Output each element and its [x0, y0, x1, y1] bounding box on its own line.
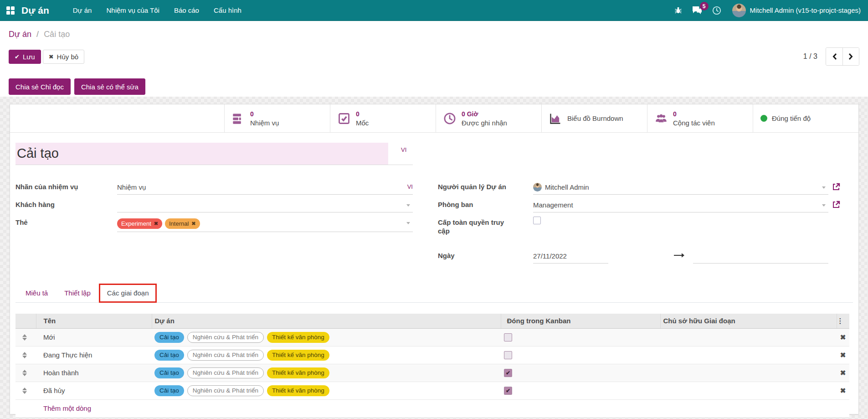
stat-button-hours[interactable]: 0 GiờĐược ghi nhận — [436, 104, 541, 132]
tab-stages[interactable]: Các giai đoạn — [99, 284, 157, 302]
pager-next-button[interactable] — [842, 48, 859, 65]
messages-icon[interactable]: 5 — [692, 6, 702, 15]
add-a-line-link[interactable]: Thêm một dòng — [43, 404, 91, 412]
remove-tag-icon[interactable]: ✖ — [154, 221, 158, 227]
user-avatar[interactable] — [732, 4, 746, 17]
project-tag[interactable]: Cải tạo — [154, 350, 184, 361]
stages-table: Tên Dự án Đóng trong Kanban Chủ sở hữu G… — [15, 314, 849, 418]
tag-internal[interactable]: Internal✖ — [165, 218, 200, 229]
remove-tag-icon[interactable]: ✖ — [191, 221, 195, 227]
tasks-icon — [232, 112, 245, 125]
project-tag[interactable]: Cải tạo — [154, 385, 184, 396]
navbar: Dự án Dự án Nhiệm vụ của Tôi Báo cáo Cấu… — [0, 0, 868, 21]
task-label-input[interactable]: Nhiệm vụ VI — [117, 180, 413, 195]
column-header-name[interactable]: Tên — [36, 314, 152, 328]
stage-name-cell[interactable]: Đã hủy — [36, 382, 152, 399]
field-customer: Khách hàng — [15, 198, 413, 212]
column-header-fold[interactable]: Đóng trong Kanban — [501, 314, 660, 328]
date-from-input[interactable]: 27/11/2022 — [533, 249, 608, 264]
clock-icon — [443, 112, 456, 125]
apps-grid-icon[interactable] — [6, 6, 15, 15]
project-tag[interactable]: Nghiên cứu & Phát triển — [187, 385, 264, 396]
project-tag[interactable]: Cải tạo — [154, 332, 184, 343]
table-row: Hoàn thành Cải tạo Nghiên cứu & Phát tri… — [15, 364, 849, 382]
field-date: Ngày 27/11/2022 — [438, 249, 828, 264]
project-tag[interactable]: Cải tạo — [154, 367, 184, 378]
pager: 1 / 3 — [803, 47, 859, 66]
fold-checkbox[interactable] — [504, 351, 512, 359]
user-name[interactable]: Mitchell Admin (v15-to-projct-stages) — [750, 6, 861, 14]
activities-clock-icon[interactable] — [712, 6, 721, 15]
check-icon: ✔ — [15, 53, 20, 60]
table-row: Đang Thực hiện Cải tạo Nghiên cứu & Phát… — [15, 346, 849, 364]
date-to-input[interactable] — [693, 249, 828, 264]
column-header-project[interactable]: Dự án — [152, 314, 501, 328]
delete-row-icon[interactable]: ✖ — [837, 328, 849, 346]
drag-handle-icon[interactable] — [22, 388, 27, 394]
tab-description[interactable]: Miêu tả — [17, 284, 56, 302]
external-link-icon[interactable] — [832, 183, 840, 191]
owner-cell[interactable] — [660, 364, 837, 382]
handle-column-header — [15, 314, 36, 328]
delete-row-icon[interactable]: ✖ — [837, 364, 849, 382]
menu-reporting[interactable]: Báo cáo — [167, 0, 206, 21]
owner-cell[interactable] — [660, 346, 837, 364]
drag-handle-icon[interactable] — [22, 370, 27, 376]
column-options-icon[interactable]: ⋮ — [837, 314, 849, 328]
delete-row-icon[interactable]: ✖ — [837, 382, 849, 399]
full-access-checkbox[interactable] — [533, 217, 541, 224]
x-icon: ✖ — [49, 53, 54, 60]
project-tag[interactable]: Nghiên cứu & Phát triển — [187, 367, 264, 378]
stat-button-milestones[interactable]: 0Mốc — [330, 104, 436, 132]
project-tag[interactable]: Thiết kế văn phòng — [267, 385, 329, 396]
stat-button-status[interactable]: Đúng tiến độ — [753, 104, 858, 132]
translate-badge[interactable]: VI — [407, 183, 413, 190]
stat-button-tasks[interactable]: 0Nhiệm vụ — [224, 104, 330, 132]
project-name-input[interactable]: Cải tạo — [15, 143, 388, 165]
owner-cell[interactable] — [660, 382, 837, 399]
discard-button[interactable]: ✖ Hủy bỏ — [43, 50, 84, 64]
breadcrumb-parent[interactable]: Dự án — [9, 30, 31, 39]
drag-handle-icon[interactable] — [22, 352, 27, 358]
stat-button-collaborators[interactable]: 0Cộng tác viên — [647, 104, 753, 132]
fold-checkbox[interactable]: ✔ — [504, 387, 512, 395]
pager-previous-button[interactable] — [826, 48, 842, 65]
stage-name-cell[interactable]: Mới — [36, 328, 152, 346]
project-tag[interactable]: Thiết kế văn phòng — [267, 367, 329, 378]
save-button[interactable]: ✔ Lưu — [9, 50, 41, 64]
stat-button-burndown[interactable]: Biểu đồ Burndown — [541, 104, 647, 132]
fold-checkbox[interactable] — [504, 333, 512, 341]
sheet: 0Nhiệm vụ 0Mốc 0 GiờĐược ghi nhận Biểu đ… — [10, 104, 859, 414]
debug-bug-icon[interactable] — [674, 6, 682, 14]
tag-experiment[interactable]: Experiment✖ — [117, 218, 162, 229]
tab-settings[interactable]: Thiết lập — [56, 284, 99, 302]
customer-input[interactable] — [117, 198, 413, 212]
app-brand[interactable]: Dự án — [21, 5, 49, 16]
project-tag[interactable]: Thiết kế văn phòng — [267, 350, 329, 361]
breadcrumb-current: Cải tạo — [44, 30, 70, 39]
delete-row-icon[interactable]: ✖ — [837, 346, 849, 364]
table-header-row: Tên Dự án Đóng trong Kanban Chủ sở hữu G… — [15, 314, 849, 328]
fold-checkbox[interactable]: ✔ — [504, 369, 512, 377]
column-header-owner[interactable]: Chủ sở hữu Giai đoạn — [660, 314, 837, 328]
tags-input[interactable]: Experiment✖ Internal✖ — [117, 216, 413, 232]
menu-config[interactable]: Cấu hình — [206, 0, 249, 21]
drag-handle-icon[interactable] — [22, 334, 27, 341]
field-full-access: Cấp toàn quyền truy cập — [438, 216, 828, 235]
project-manager-input[interactable]: Mitchell Admin — [533, 180, 828, 195]
project-tag[interactable]: Nghiên cứu & Phát triển — [187, 332, 264, 343]
share-editable-button[interactable]: Chia sẻ có thể sửa — [74, 78, 145, 95]
form-view: 0Nhiệm vụ 0Mốc 0 GiờĐược ghi nhận Biểu đ… — [0, 97, 868, 414]
department-input[interactable]: Management — [533, 198, 828, 212]
share-readonly-button[interactable]: Chia sẻ Chỉ đọc — [9, 78, 71, 95]
stage-name-cell[interactable]: Hoàn thành — [36, 364, 152, 382]
translate-badge[interactable]: VI — [401, 146, 406, 153]
menu-projects[interactable]: Dự án — [66, 0, 99, 21]
milestones-icon — [338, 112, 350, 125]
stage-name-cell[interactable]: Đang Thực hiện — [36, 346, 152, 364]
owner-cell[interactable] — [660, 328, 837, 346]
project-tag[interactable]: Nghiên cứu & Phát triển — [187, 350, 264, 361]
external-link-icon[interactable] — [832, 201, 840, 209]
menu-my-tasks[interactable]: Nhiệm vụ của Tôi — [99, 0, 166, 21]
project-tag[interactable]: Thiết kế văn phòng — [267, 332, 329, 343]
